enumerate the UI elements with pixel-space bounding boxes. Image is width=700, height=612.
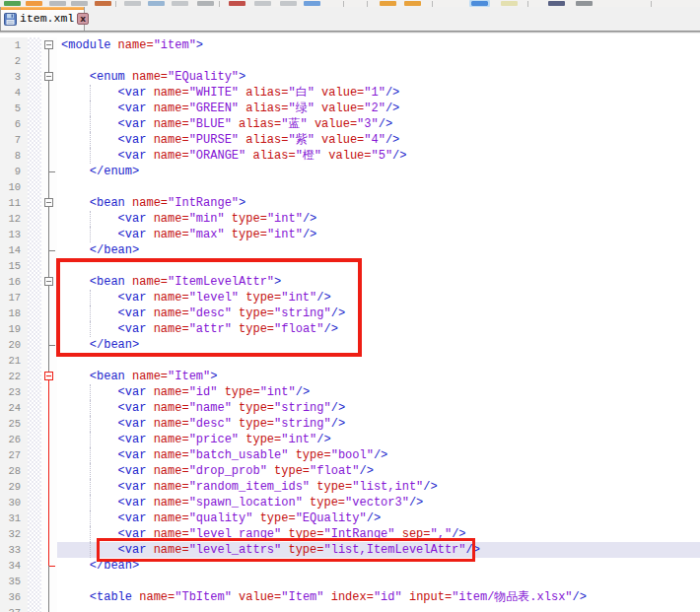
code-text[interactable]: <var name="BLUE" alias="蓝" value="3"/>: [57, 116, 700, 132]
toolbar-icon[interactable]: [304, 1, 320, 6]
fold-collapse-icon[interactable]: [44, 72, 53, 81]
code-text[interactable]: </enum>: [57, 164, 700, 179]
toolbar-icon[interactable]: [95, 1, 111, 6]
bookmark-margin[interactable]: [28, 353, 41, 369]
code-text[interactable]: [57, 574, 700, 589]
bookmark-margin[interactable]: [28, 69, 41, 85]
code-fold-toggle[interactable]: [41, 195, 57, 211]
code-text[interactable]: <var name="ORANGE" alias="橙" value="5"/>: [57, 148, 700, 164]
bookmark-margin[interactable]: [28, 306, 41, 321]
bookmark-margin[interactable]: [28, 463, 41, 479]
bookmark-margin[interactable]: [28, 274, 41, 290]
bookmark-margin[interactable]: [28, 258, 41, 274]
code-text[interactable]: <table name="TbItem" value="Item" index=…: [57, 589, 700, 605]
code-text[interactable]: <var name="batch_usable" type="bool"/>: [57, 447, 700, 463]
bookmark-margin[interactable]: [28, 589, 41, 605]
code-text[interactable]: [57, 179, 700, 195]
code-text[interactable]: <var name="min" type="int"/>: [57, 211, 700, 227]
code-text[interactable]: <var name="drop_prob" type="float"/>: [57, 463, 700, 479]
code-text[interactable]: <var name="quality" type="EQuality"/>: [57, 510, 700, 526]
code-text[interactable]: <var name="max" type="int"/>: [57, 227, 700, 242]
close-icon[interactable]: x: [77, 13, 89, 25]
code-text[interactable]: <var name="id" type="int"/>: [57, 384, 700, 400]
code-fold-toggle[interactable]: [41, 274, 57, 290]
bookmark-margin[interactable]: [28, 416, 41, 432]
code-text[interactable]: [57, 53, 700, 69]
bookmark-margin[interactable]: [28, 53, 41, 69]
toolbar-icon[interactable]: [197, 1, 214, 6]
toolbar-icon[interactable]: [404, 1, 421, 6]
bookmark-margin[interactable]: [28, 290, 41, 306]
bookmark-margin[interactable]: [28, 369, 41, 384]
fold-collapse-icon[interactable]: [44, 372, 53, 380]
bookmark-margin[interactable]: [28, 37, 41, 53]
code-text[interactable]: <var name="name" type="string"/>: [57, 400, 700, 416]
bookmark-margin[interactable]: [28, 526, 41, 542]
code-text[interactable]: <var name="spawn_location" type="vector3…: [57, 495, 700, 510]
toolbar-icon[interactable]: [501, 1, 518, 6]
toolbar-icon[interactable]: [148, 1, 165, 6]
code-text[interactable]: <var name="desc" type="string"/>: [57, 416, 700, 432]
code-text[interactable]: </bean>: [57, 337, 700, 353]
code-fold-toggle[interactable]: [41, 37, 57, 53]
code-text[interactable]: <var name="price" type="int"/>: [57, 432, 700, 447]
code-text[interactable]: [57, 353, 700, 369]
toolbar-icon[interactable]: [49, 1, 66, 6]
code-text[interactable]: <var name="GREEN" alias="绿" value="2"/>: [57, 101, 700, 116]
code-text[interactable]: </bean>: [57, 242, 700, 258]
fold-collapse-icon[interactable]: [44, 40, 53, 49]
bookmark-margin[interactable]: [28, 432, 41, 447]
toolbar-icon[interactable]: [254, 1, 271, 6]
code-text[interactable]: <enum name="EQuality">: [57, 69, 700, 85]
toolbar-icon[interactable]: [4, 1, 21, 6]
bookmark-margin[interactable]: [28, 132, 41, 148]
code-editor[interactable]: 1<module name="item">23 <enum name="EQua…: [0, 34, 700, 612]
bookmark-margin[interactable]: [28, 164, 41, 179]
bookmark-margin[interactable]: [28, 558, 41, 574]
bookmark-margin[interactable]: [28, 510, 41, 526]
code-text[interactable]: <var name="level_attrs" type="list,ItemL…: [57, 542, 700, 558]
fold-collapse-icon[interactable]: [44, 277, 53, 286]
code-text[interactable]: <var name="desc" type="string"/>: [57, 306, 700, 321]
code-text[interactable]: <module name="item">: [57, 37, 700, 53]
bookmark-margin[interactable]: [28, 542, 41, 558]
toolbar-icon[interactable]: [548, 1, 565, 6]
bookmark-margin[interactable]: [28, 384, 41, 400]
bookmark-margin[interactable]: [28, 116, 41, 132]
toolbar-icon[interactable]: [71, 1, 88, 6]
bookmark-margin[interactable]: [28, 321, 41, 337]
toolbar-icon[interactable]: [380, 1, 396, 6]
toolbar-icon[interactable]: [26, 1, 42, 6]
toolbar-icon[interactable]: [124, 1, 141, 6]
bookmark-margin[interactable]: [28, 400, 41, 416]
bookmark-margin[interactable]: [28, 242, 41, 258]
bookmark-margin[interactable]: [28, 179, 41, 195]
bookmark-margin[interactable]: [28, 227, 41, 242]
code-text[interactable]: <bean name="IntRange">: [57, 195, 700, 211]
code-fold-toggle[interactable]: [41, 69, 57, 85]
bookmark-margin[interactable]: [28, 479, 41, 495]
code-text[interactable]: [57, 605, 700, 612]
bookmark-margin[interactable]: [28, 605, 41, 612]
tab-item-xml[interactable]: item.xml x: [0, 7, 85, 31]
toolbar-icon[interactable]: [280, 1, 297, 6]
code-text[interactable]: <var name="level" type="int"/>: [57, 290, 700, 306]
bookmark-margin[interactable]: [28, 337, 41, 353]
toolbar-icon[interactable]: [172, 1, 188, 6]
fold-collapse-icon[interactable]: [44, 198, 53, 207]
bookmark-margin[interactable]: [28, 495, 41, 510]
code-text[interactable]: <var name="WHITE" alias="白" value="1"/>: [57, 85, 700, 101]
code-fold-toggle[interactable]: [41, 369, 57, 384]
code-text[interactable]: </bean>: [57, 558, 700, 574]
bookmark-margin[interactable]: [28, 195, 41, 211]
bookmark-margin[interactable]: [28, 211, 41, 227]
bookmark-margin[interactable]: [28, 148, 41, 164]
bookmark-margin[interactable]: [28, 574, 41, 589]
toolbar-icon[interactable]: [229, 1, 245, 6]
code-text[interactable]: <var name="level_range" type="IntRange" …: [57, 526, 700, 542]
toolbar-icon[interactable]: [576, 1, 593, 6]
code-text[interactable]: <var name="random_item_ids" type="list,i…: [57, 479, 700, 495]
bookmark-margin[interactable]: [28, 85, 41, 101]
bookmark-margin[interactable]: [28, 101, 41, 116]
code-text[interactable]: [57, 258, 700, 274]
